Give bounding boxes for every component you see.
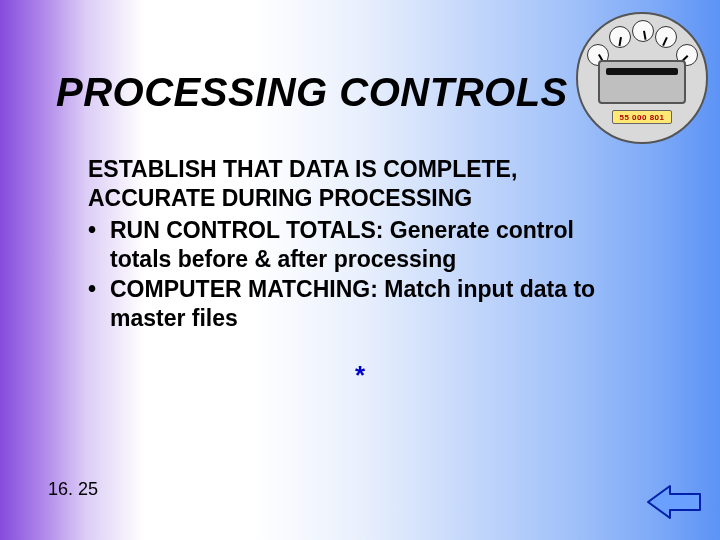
bullet-term: COMPUTER MATCHING:	[110, 276, 378, 302]
gauge-icon	[632, 20, 654, 42]
intro-line-2: ACCURATE DURING PROCESSING	[88, 185, 472, 211]
gauge-icon	[609, 26, 631, 48]
gauge-icon	[655, 26, 677, 48]
meter-graphic: 55 000 801	[576, 12, 708, 144]
bullet-term: RUN CONTROL TOTALS:	[110, 217, 383, 243]
meter-readout: 55 000 801	[612, 110, 672, 124]
bullet-list: RUN CONTROL TOTALS: Generate control tot…	[88, 216, 638, 334]
back-button[interactable]	[646, 482, 702, 522]
page-number: 16. 25	[48, 479, 98, 500]
slide: PROCESSING CONTROLS ESTABLISH THAT DATA …	[0, 0, 720, 540]
bullet-item: RUN CONTROL TOTALS: Generate control tot…	[88, 216, 638, 275]
meter-slot	[606, 68, 678, 75]
asterisk-mark: *	[0, 360, 720, 391]
intro-line-1: ESTABLISH THAT DATA IS COMPLETE,	[88, 156, 517, 182]
svg-marker-0	[648, 486, 700, 518]
slide-title: PROCESSING CONTROLS	[56, 70, 568, 115]
arrow-left-icon	[646, 482, 702, 522]
bullet-item: COMPUTER MATCHING: Match input data to m…	[88, 275, 638, 334]
slide-body: ESTABLISH THAT DATA IS COMPLETE, ACCURAT…	[88, 155, 638, 334]
intro-text: ESTABLISH THAT DATA IS COMPLETE, ACCURAT…	[88, 155, 638, 214]
meter-plate	[598, 60, 686, 104]
